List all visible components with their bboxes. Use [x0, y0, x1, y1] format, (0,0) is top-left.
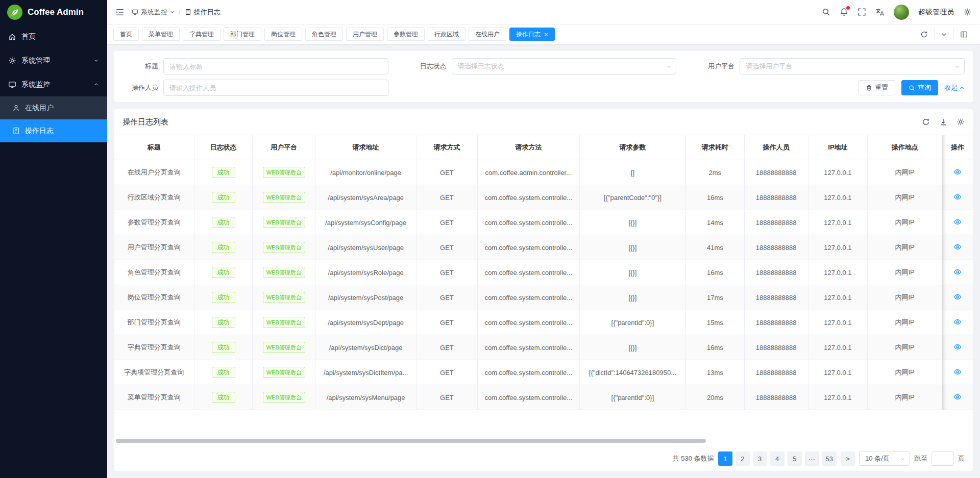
sidebar-item-label: 首页	[21, 32, 36, 41]
function-cell: com.coffee.system.controlle...	[477, 385, 579, 410]
location-cell: 内网IP	[868, 210, 942, 235]
breadcrumb-system-monitor[interactable]: 系统监控	[132, 8, 175, 17]
operator-input[interactable]	[163, 80, 388, 96]
tab-item-3[interactable]: 部门管理	[224, 28, 261, 41]
page-button-5[interactable]: 5	[788, 451, 802, 466]
avatar[interactable]	[894, 5, 909, 20]
sidebar-item-home[interactable]: 首页	[0, 24, 107, 48]
layout-icon[interactable]	[953, 28, 974, 40]
tab-item-1[interactable]: 菜单管理	[142, 28, 180, 41]
horizontal-scrollbar	[116, 439, 971, 443]
platform-badge: WEB管理后台	[263, 292, 305, 303]
pagination-more-button[interactable]: ···	[805, 451, 819, 466]
horizontal-scrollbar-thumb[interactable]	[116, 439, 706, 443]
table-row: 角色管理分页查询成功WEB管理后台/api/system/sysRole/pag…	[114, 260, 973, 285]
sidebar-item-system-management[interactable]: 系统管理	[0, 48, 107, 72]
tab-item-2[interactable]: 字典管理	[183, 28, 220, 41]
view-detail-icon[interactable]	[953, 268, 962, 276]
log-table: 标题日志状态用户平台请求地址请求方式请求方法请求参数请求耗时操作人员IP地址操作…	[114, 135, 973, 410]
chevron-down-icon[interactable]	[934, 28, 953, 40]
query-button-label: 查询	[918, 83, 931, 92]
function-cell: com.coffee.system.controlle...	[477, 235, 579, 260]
fullscreen-icon[interactable]	[857, 8, 866, 16]
chevron-down-icon	[93, 58, 99, 63]
function-cell: com.coffee.system.controlle...	[477, 310, 579, 335]
user-platform-select[interactable]: 请选择用户平台	[740, 58, 965, 74]
view-detail-icon[interactable]	[953, 243, 962, 251]
tab-item-9[interactable]: 在线用户	[469, 28, 506, 41]
operator-field: 操作人员	[122, 80, 388, 96]
settings-icon[interactable]	[963, 8, 972, 16]
tab-item-8[interactable]: 行政区域	[428, 28, 465, 41]
page-button-53[interactable]: 53	[822, 451, 837, 466]
user-icon	[12, 104, 20, 112]
select-placeholder: 请选择日志状态	[458, 62, 504, 71]
bell-icon[interactable]	[840, 8, 848, 16]
sidebar-item-online-users[interactable]: 在线用户	[0, 96, 107, 119]
view-detail-icon[interactable]	[953, 318, 962, 326]
table-row: 参数管理分页查询成功WEB管理后台/api/system/sysConfig/p…	[114, 210, 973, 235]
page-button-3[interactable]: 3	[753, 451, 767, 466]
title-input[interactable]	[163, 58, 388, 74]
settings-icon[interactable]	[957, 118, 965, 126]
tab-item-0[interactable]: 首页	[113, 28, 139, 41]
method-cell: GET	[416, 235, 478, 260]
export-icon[interactable]	[939, 118, 947, 126]
method-cell: GET	[416, 285, 478, 310]
search-icon[interactable]	[822, 8, 830, 16]
title-cell: 参数管理分页查询	[114, 210, 194, 235]
view-detail-icon[interactable]	[953, 193, 962, 201]
view-detail-icon[interactable]	[953, 343, 962, 351]
ip-cell: 127.0.0.1	[808, 310, 868, 335]
operator-cell: 18888888888	[744, 210, 808, 235]
menu-fold-icon[interactable]	[115, 8, 125, 17]
query-button[interactable]: 查询	[901, 80, 938, 95]
title-field-label: 标题	[122, 62, 158, 71]
view-detail-icon[interactable]	[953, 368, 962, 376]
tab-item-10[interactable]: 操作日志×	[509, 28, 555, 41]
platform-cell: WEB管理后台	[253, 285, 315, 310]
refresh-icon[interactable]	[922, 118, 930, 126]
view-detail-icon[interactable]	[953, 168, 962, 176]
url-cell: /api/monitor/online/page	[315, 160, 416, 185]
platform-cell: WEB管理后台	[253, 260, 315, 285]
column-header-8: 操作人员	[744, 135, 808, 160]
duration-cell: 14ms	[686, 210, 745, 235]
tab-item-4[interactable]: 岗位管理	[264, 28, 302, 41]
tab-item-7[interactable]: 参数管理	[387, 28, 425, 41]
view-detail-icon[interactable]	[953, 218, 962, 226]
tab-item-6[interactable]: 用户管理	[346, 28, 384, 41]
view-detail-icon[interactable]	[953, 393, 962, 401]
title-cell: 在线用户分页查询	[114, 160, 194, 185]
next-page-button[interactable]: >	[841, 451, 855, 466]
tab-item-5[interactable]: 角色管理	[305, 28, 343, 41]
operator-cell: 18888888888	[744, 160, 808, 185]
platform-badge: WEB管理后台	[263, 392, 305, 403]
status-badge: 成功	[212, 217, 235, 228]
page-button-2[interactable]: 2	[736, 451, 750, 466]
platform-badge: WEB管理后台	[263, 267, 305, 278]
page-button-4[interactable]: 4	[770, 451, 785, 466]
translate-icon[interactable]	[875, 8, 885, 17]
column-header-0: 标题	[114, 135, 194, 160]
refresh-icon[interactable]	[914, 28, 934, 40]
page-button-1[interactable]: 1	[718, 451, 732, 466]
close-tab-icon[interactable]: ×	[544, 31, 548, 38]
tab-label: 首页	[120, 30, 132, 39]
url-cell: /api/system/sysPost/page	[315, 285, 416, 310]
ip-cell: 127.0.0.1	[808, 185, 868, 210]
reset-button[interactable]: 重置	[859, 80, 895, 95]
sidebar-item-label: 在线用户	[25, 104, 54, 113]
function-cell: com.coffee.system.controlle...	[477, 260, 579, 285]
view-detail-icon[interactable]	[953, 293, 962, 301]
pagination: 共 530 条数据 12345···53 > 10 条/页 跳至 页	[114, 446, 973, 471]
chevron-down-icon	[170, 10, 175, 14]
page-size-select[interactable]: 10 条/页	[859, 451, 910, 466]
sidebar-item-system-monitor[interactable]: 系统监控	[0, 72, 107, 96]
username[interactable]: 超级管理员	[918, 8, 954, 17]
jump-page-input[interactable]	[932, 451, 954, 466]
method-cell: GET	[416, 310, 478, 335]
log-status-select[interactable]: 请选择日志状态	[452, 58, 677, 74]
sidebar-item-operation-log[interactable]: 操作日志	[0, 119, 107, 142]
collapse-toggle[interactable]: 收起	[944, 83, 965, 92]
